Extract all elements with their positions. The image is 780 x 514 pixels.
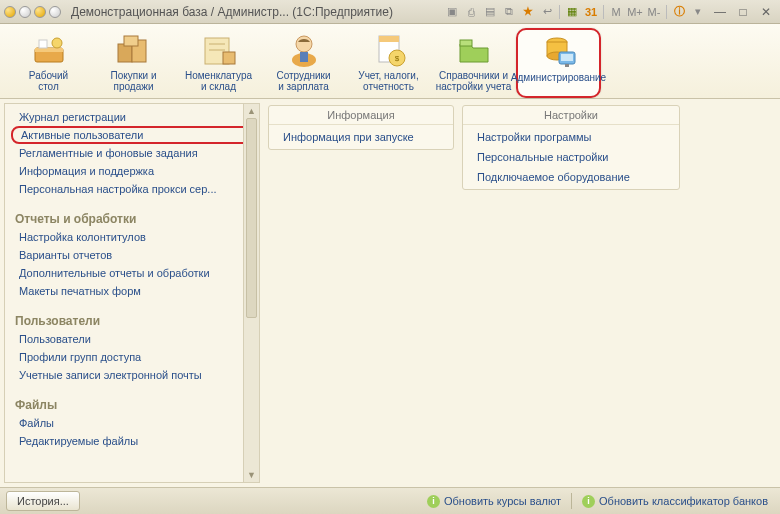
scroll-up-icon[interactable]: ▲ xyxy=(244,104,259,118)
tb-save-icon[interactable]: ▣ xyxy=(443,4,461,20)
tb-mminus-icon[interactable]: M- xyxy=(645,4,663,20)
sb-email[interactable]: Учетные записи электронной почты xyxy=(5,366,259,384)
sys-icon-dropdown[interactable] xyxy=(19,6,31,18)
tb-favorite-icon[interactable]: ★ xyxy=(519,4,537,20)
info-icon: i xyxy=(427,495,440,508)
svg-point-3 xyxy=(52,38,62,48)
sb-headers[interactable]: Настройка колонтитулов xyxy=(5,228,259,246)
ps-program[interactable]: Настройки программы xyxy=(463,127,679,147)
tool-label: Учет, налоги,отчетность xyxy=(358,70,418,92)
svg-rect-23 xyxy=(561,54,573,61)
sb-users[interactable]: Пользователи xyxy=(5,330,259,348)
main-area: Журнал регистрацииАктивные пользователиР… xyxy=(0,99,780,487)
svg-rect-24 xyxy=(565,64,569,67)
tool-desktop-icon xyxy=(29,30,69,68)
sb-files[interactable]: Файлы xyxy=(5,414,259,432)
tool-sales[interactable]: Покупки ипродажи xyxy=(91,28,176,98)
panel-info: Информация Информация при запуске xyxy=(268,105,454,150)
svg-rect-4 xyxy=(118,44,132,62)
tool-label: Покупки ипродажи xyxy=(111,70,157,92)
sb-print-forms[interactable]: Макеты печатных форм xyxy=(5,282,259,300)
tool-admin-icon xyxy=(539,32,579,70)
tool-stock[interactable]: Номенклатураи склад xyxy=(176,28,261,98)
statusbar: История... i Обновить курсы валют i Обно… xyxy=(0,487,780,514)
separator xyxy=(666,5,667,19)
tool-stock-icon xyxy=(199,30,239,68)
sb-proxy[interactable]: Персональная настройка прокси сер... xyxy=(5,180,259,198)
tool-label: Администрирование xyxy=(511,72,606,83)
history-button[interactable]: История... xyxy=(6,491,80,511)
tb-doc-icon[interactable]: ▤ xyxy=(481,4,499,20)
scroll-down-icon[interactable]: ▼ xyxy=(244,468,259,482)
sidebar-group-title: Отчеты и обработки xyxy=(5,198,259,228)
status-update-rates[interactable]: i Обновить курсы валют xyxy=(421,495,567,508)
status-link-label: Обновить курсы валют xyxy=(444,495,561,507)
tb-calc-icon[interactable]: ▦ xyxy=(563,4,581,20)
tool-sales-icon xyxy=(114,30,154,68)
sys-icon-more[interactable] xyxy=(49,6,61,18)
tb-m-icon[interactable]: M xyxy=(607,4,625,20)
svg-rect-15 xyxy=(379,36,399,42)
window-minimize[interactable]: — xyxy=(710,4,730,20)
sb-scheduled[interactable]: Регламентные и фоновые задания xyxy=(5,144,259,162)
sidebar: Журнал регистрацииАктивные пользователиР… xyxy=(4,103,260,483)
window-title: Демонстрационная база / Администр... (1С… xyxy=(61,5,443,19)
window-maximize[interactable]: □ xyxy=(733,4,753,20)
tool-staff-icon xyxy=(284,30,324,68)
svg-rect-13 xyxy=(300,52,308,62)
tool-desktop[interactable]: Рабочийстол xyxy=(6,28,91,98)
panel-info-header: Информация xyxy=(269,106,453,125)
status-link-label: Обновить классификатор банков xyxy=(599,495,768,507)
status-update-banks[interactable]: i Обновить классификатор банков xyxy=(576,495,774,508)
tb-history-icon[interactable]: ↩ xyxy=(538,4,556,20)
ps-personal[interactable]: Персональные настройки xyxy=(463,147,679,167)
tool-admin[interactable]: Администрирование xyxy=(516,28,601,98)
tb-info-icon[interactable]: ⓘ xyxy=(670,4,688,20)
sb-access-profiles[interactable]: Профили групп доступа xyxy=(5,348,259,366)
tool-dirs-icon xyxy=(454,30,494,68)
tool-dirs[interactable]: Справочники инастройки учета xyxy=(431,28,516,98)
pi-startup-info[interactable]: Информация при запуске xyxy=(269,127,453,147)
sys-icon-star[interactable] xyxy=(34,6,46,18)
tb-copy-icon[interactable]: ⧉ xyxy=(500,4,518,20)
separator xyxy=(559,5,560,19)
scroll-thumb[interactable] xyxy=(246,118,257,318)
tool-staff[interactable]: Сотрудникии зарплата xyxy=(261,28,346,98)
svg-rect-6 xyxy=(124,36,138,46)
info-icon: i xyxy=(582,495,595,508)
panel-settings-header: Настройки xyxy=(463,106,679,125)
content-area: Информация Информация при запуске Настро… xyxy=(260,99,780,487)
tool-label: Рабочийстол xyxy=(29,70,68,92)
tool-label: Сотрудникии зарплата xyxy=(276,70,330,92)
titlebar: Демонстрационная база / Администр... (1С… xyxy=(0,0,780,24)
svg-point-12 xyxy=(296,36,312,52)
tb-calendar-icon[interactable]: 31 xyxy=(582,4,600,20)
tool-tax-icon: $ xyxy=(369,30,409,68)
sb-reports[interactable]: Варианты отчетов xyxy=(5,246,259,264)
svg-text:$: $ xyxy=(394,54,399,63)
panel-settings: Настройки Настройки программыПерсональны… xyxy=(462,105,680,190)
window-close[interactable]: ✕ xyxy=(756,4,776,20)
svg-rect-10 xyxy=(223,52,235,64)
sb-edited-files[interactable]: Редактируемые файлы xyxy=(5,432,259,450)
svg-rect-2 xyxy=(39,40,47,48)
svg-rect-18 xyxy=(460,40,472,46)
sidebar-scrollbar[interactable]: ▲ ▼ xyxy=(243,104,259,482)
tb-print-icon[interactable]: ⎙ xyxy=(462,4,480,20)
sidebar-group-title: Пользователи xyxy=(5,300,259,330)
tool-label: Справочники инастройки учета xyxy=(436,70,512,92)
tool-label: Номенклатураи склад xyxy=(185,70,252,92)
sb-journal[interactable]: Журнал регистрации xyxy=(5,108,259,126)
svg-rect-1 xyxy=(35,48,63,52)
sb-extra-reports[interactable]: Дополнительные отчеты и обработки xyxy=(5,264,259,282)
ps-hardware[interactable]: Подключаемое оборудование xyxy=(463,167,679,187)
tb-mplus-icon[interactable]: M+ xyxy=(626,4,644,20)
tool-tax[interactable]: $Учет, налоги,отчетность xyxy=(346,28,431,98)
main-toolbar: РабочийстолПокупки ипродажиНоменклатураи… xyxy=(0,24,780,99)
sb-support[interactable]: Информация и поддержка xyxy=(5,162,259,180)
separator xyxy=(603,5,604,19)
sidebar-group-title: Файлы xyxy=(5,384,259,414)
sb-active-users[interactable]: Активные пользователи xyxy=(11,126,253,144)
tb-info-dd-icon[interactable]: ▾ xyxy=(689,4,707,20)
sys-icon-1c xyxy=(4,6,16,18)
